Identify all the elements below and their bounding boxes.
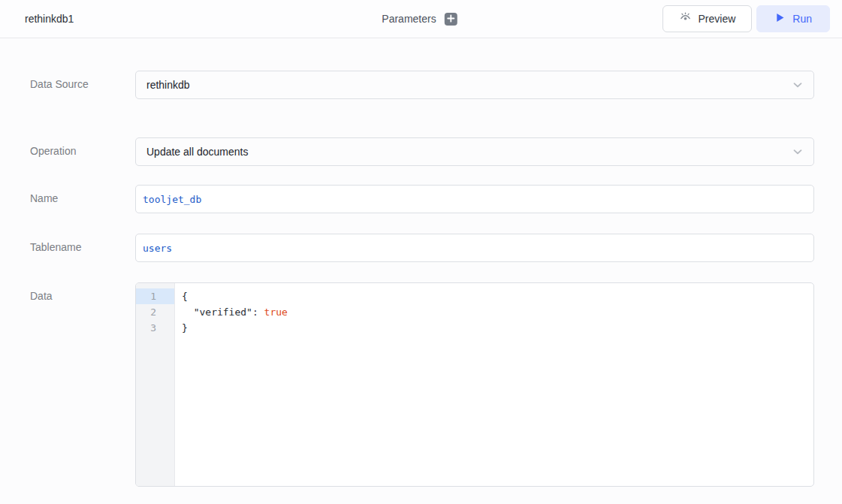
- field-row-name: Name: [0, 185, 842, 213]
- line-number: 3: [136, 320, 174, 336]
- code-line: }: [182, 320, 813, 336]
- topbar-actions: Preview Run: [662, 5, 830, 32]
- eye-icon: [679, 11, 692, 26]
- line-number: 2: [136, 304, 174, 320]
- data-source-select[interactable]: rethinkdb: [135, 71, 814, 99]
- run-button[interactable]: Run: [756, 5, 830, 32]
- preview-button[interactable]: Preview: [662, 5, 753, 32]
- field-row-data-source: Data Source rethinkdb: [0, 71, 842, 99]
- field-row-tablename: Tablename: [0, 234, 842, 262]
- parameters-label: Parameters: [382, 13, 436, 25]
- preview-button-label: Preview: [699, 13, 736, 25]
- add-parameter-button[interactable]: [445, 13, 457, 26]
- plus-icon: [447, 14, 455, 25]
- line-number: 1: [136, 288, 174, 304]
- chevron-down-icon: [791, 145, 804, 158]
- field-row-data: Data 1 2 3 { "verified": true }: [0, 282, 842, 487]
- play-icon: [774, 12, 786, 26]
- name-label: Name: [30, 185, 135, 213]
- data-source-label: Data Source: [30, 71, 135, 99]
- code-line: "verified": true: [182, 304, 813, 320]
- data-code-editor[interactable]: 1 2 3 { "verified": true }: [135, 282, 814, 487]
- tablename-label: Tablename: [30, 234, 135, 262]
- operation-select[interactable]: Update all documents: [135, 137, 814, 166]
- editor-code-area: { "verified": true }: [175, 283, 813, 486]
- run-button-label: Run: [792, 13, 812, 25]
- code-line: {: [182, 288, 813, 304]
- query-editor-topbar: rethinkdb1 Parameters Preview Run: [0, 0, 842, 38]
- data-label: Data: [30, 282, 135, 487]
- operation-label: Operation: [30, 137, 135, 166]
- field-row-operation: Operation Update all documents: [0, 137, 842, 166]
- operation-value: Update all documents: [146, 146, 248, 158]
- tablename-input[interactable]: [135, 234, 814, 262]
- data-source-value: rethinkdb: [146, 79, 190, 91]
- query-form: Data Source rethinkdb Operation Update a…: [0, 71, 842, 487]
- name-input[interactable]: [135, 185, 814, 213]
- parameters-section: Parameters: [382, 0, 457, 38]
- chevron-down-icon: [791, 78, 804, 92]
- query-name: rethinkdb1: [25, 13, 74, 25]
- editor-gutter: 1 2 3: [136, 283, 175, 486]
